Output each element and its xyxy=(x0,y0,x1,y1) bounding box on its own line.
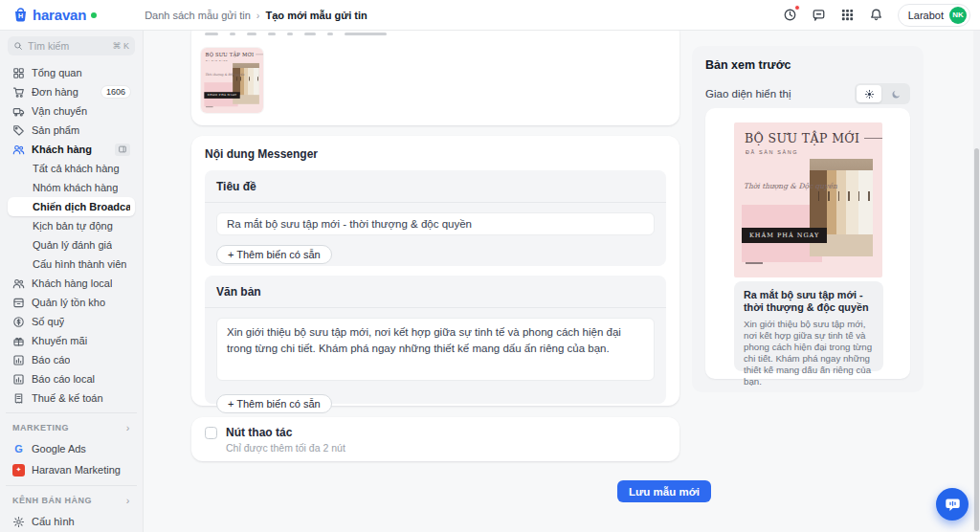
theme-toggle xyxy=(855,83,910,104)
divider xyxy=(205,307,666,308)
sidebar-item-khuyen-mai[interactable]: Khuyến mãi xyxy=(8,331,135,350)
poster-tagline: Thời thượng & Độc quyền xyxy=(205,73,244,77)
google-icon: G xyxy=(12,443,25,455)
customers-local-icon xyxy=(12,277,25,290)
text-field-label: Văn bản xyxy=(216,285,655,299)
sidebar-item-bao-cao[interactable]: Báo cáo xyxy=(8,350,135,369)
sidebar-item-google-ads[interactable]: GGoogle Ads xyxy=(8,438,135,459)
status-dot xyxy=(91,12,97,18)
search-icon xyxy=(13,41,23,51)
template-thumbnail[interactable]: BỘ SƯU TẬP MỚI ĐÃ SẴN SÀNG Thời thượng &… xyxy=(201,48,263,113)
history-clock-icon[interactable] xyxy=(783,8,797,22)
sidebar-item-so-quy[interactable]: Số quỹ xyxy=(8,312,135,331)
chat-bubble-icon xyxy=(945,497,961,513)
moon-icon xyxy=(891,89,902,100)
sidebar-item-khach-hang[interactable]: Khách hàng xyxy=(8,140,135,159)
action-buttons-checkbox[interactable] xyxy=(205,427,217,439)
sidebar-item-quan-ly-danh-gia[interactable]: Quản lý đánh giá xyxy=(8,235,135,255)
sidebar-section-sales-channels[interactable]: KÊNH BÁN HÀNG› xyxy=(8,490,135,511)
breadcrumb: Danh sách mẫu gửi tin › Tạo mới mẫu gửi … xyxy=(145,10,368,21)
body-textarea[interactable]: Xin giới thiệu bộ sưu tập mới, nơi kết h… xyxy=(216,318,655,381)
preview-message-body: Xin giới thiệu bộ sưu tập mới, nơi kết h… xyxy=(744,319,874,388)
add-variable-button[interactable]: + Thêm biến có sẵn xyxy=(216,394,332,413)
haravan-bag-icon xyxy=(11,6,30,24)
sidebar-item-van-chuyen[interactable]: Vận chuyển xyxy=(8,101,135,121)
chevron-right-icon: › xyxy=(126,495,130,506)
sidebar-item-quan-ly-ton-kho[interactable]: Quản lý tồn kho xyxy=(8,293,135,312)
sidebar-item-thue-ke-toan[interactable]: Thuế & kế toán xyxy=(8,388,135,408)
sidebar-item-kich-ban-tu-dong[interactable]: Kịch bản tự động xyxy=(8,216,135,235)
add-variable-button[interactable]: + Thêm biến có sẵn xyxy=(216,245,332,264)
text-field-group: Văn bản Xin giới thiệu bộ sưu tập mới, n… xyxy=(205,276,666,404)
poster-subtitle: ĐÃ SẴN SÀNG xyxy=(746,149,798,155)
clipped-row xyxy=(205,33,387,35)
orders-cart-icon xyxy=(12,86,25,99)
message-preview-card: BỘ SƯU TẬP MỚI ĐÃ SẴN SÀNG Thời thượng &… xyxy=(705,108,910,379)
orders-count-badge: 1606 xyxy=(101,86,130,98)
action-buttons-hint: Chỉ được thêm tối đa 2 nút xyxy=(226,442,345,454)
sidebar-item-tong-quan[interactable]: Tổng quan xyxy=(8,63,135,82)
sidebar-item-cau-hinh[interactable]: Cấu hình xyxy=(8,511,135,532)
user-name: Larabot xyxy=(908,10,944,21)
section-title: Nội dung Messenger xyxy=(205,147,666,161)
apps-grid-icon[interactable] xyxy=(840,8,855,22)
overview-icon xyxy=(12,67,25,79)
action-buttons-label: Nút thao tác xyxy=(226,426,345,439)
sidebar-item-san-pham[interactable]: Sản phẩm xyxy=(8,121,135,140)
divider xyxy=(6,412,137,413)
poster-dash xyxy=(746,262,763,264)
display-mode-label: Giao diện hiển thị xyxy=(705,88,791,100)
feedback-icon[interactable] xyxy=(812,8,826,22)
sidebar: ⌘ K Tổng quan Đơn hàng1606 Vận chuyển Sả… xyxy=(0,31,144,532)
shipping-truck-icon xyxy=(12,105,25,118)
main-content: BỘ SƯU TẬP MỚI ĐÃ SẴN SÀNG Thời thượng &… xyxy=(144,31,980,532)
notification-dot xyxy=(794,5,800,11)
top-bar: haravan Danh sách mẫu gửi tin › Tạo mới … xyxy=(0,0,980,31)
customers-icon xyxy=(12,144,25,156)
title-field-label: Tiêu đề xyxy=(216,180,655,193)
sidebar-search[interactable]: ⌘ K xyxy=(8,36,135,55)
collapse-panel-icon[interactable] xyxy=(115,144,130,156)
light-mode-button[interactable] xyxy=(857,85,881,102)
title-input[interactable] xyxy=(216,212,655,235)
sidebar-section-marketing[interactable]: MARKETING› xyxy=(8,417,135,438)
poster-subtitle: ĐÃ SẴN SÀNG xyxy=(206,59,228,62)
promotion-gift-icon xyxy=(12,335,25,347)
sidebar-item-nhom-khach-hang[interactable]: Nhóm khách hàng xyxy=(8,178,135,197)
haravan-marketing-icon: ✦ xyxy=(12,464,25,477)
avatar: NK xyxy=(949,7,967,24)
chevron-right-icon: › xyxy=(126,422,130,433)
search-input[interactable] xyxy=(28,40,107,52)
header-actions: Larabot NK xyxy=(783,4,970,27)
poster-cta-button: KHÁM PHÁ NGAY xyxy=(742,228,827,243)
report-chart-icon xyxy=(12,354,25,366)
haravan-logo[interactable]: haravan xyxy=(11,6,97,24)
divider xyxy=(6,485,137,486)
sidebar-item-cau-hinh-thanh-vien[interactable]: Cấu hình thành viên xyxy=(8,255,135,274)
breadcrumb-parent[interactable]: Danh sách mẫu gửi tin xyxy=(145,10,251,21)
save-template-button[interactable]: Lưu mẫu mới xyxy=(617,480,711,502)
poster-tagline: Thời thượng & Độc quyền xyxy=(744,182,837,190)
sidebar-item-don-hang[interactable]: Đơn hàng1606 xyxy=(8,82,135,101)
action-buttons-card: Nút thao tác Chỉ được thêm tối đa 2 nút xyxy=(191,417,679,461)
dark-mode-button[interactable] xyxy=(883,85,908,102)
divider xyxy=(205,202,666,203)
user-menu[interactable]: Larabot NK xyxy=(898,4,970,27)
preview-title: Bản xem trước xyxy=(705,58,910,72)
scrollbar-thumb[interactable] xyxy=(974,148,979,531)
poster-preview: BỘ SƯU TẬP MỚI ĐÃ SẴN SÀNG Thời thượng &… xyxy=(734,122,882,277)
sidebar-item-bao-cao-local[interactable]: Báo cáo local xyxy=(8,369,135,388)
sidebar-item-khach-hang-local[interactable]: Khách hàng local xyxy=(8,274,135,293)
preview-panel: Bản xem trước Giao diện hiển thị BỘ SƯU … xyxy=(692,46,924,392)
bell-icon[interactable] xyxy=(869,8,883,22)
title-field-group: Tiêu đề + Thêm biến có sẵn xyxy=(205,170,666,266)
messenger-content-card: Nội dung Messenger Tiêu đề + Thêm biến c… xyxy=(191,136,679,406)
products-tag-icon xyxy=(12,124,25,137)
support-chat-button[interactable] xyxy=(936,488,969,521)
inventory-box-icon xyxy=(12,297,25,309)
sidebar-item-chien-dich-broadcast[interactable]: Chiến dịch Broadcast xyxy=(8,197,135,216)
cash-dollar-icon xyxy=(12,316,25,328)
preview-message-title: Ra mắt bộ sưu tập mới - thời thượng & độ… xyxy=(744,289,874,315)
sidebar-item-haravan-marketing[interactable]: ✦Haravan Marketing xyxy=(8,459,135,480)
sidebar-item-tat-ca-khach-hang[interactable]: Tất cả khách hàng xyxy=(8,159,135,178)
